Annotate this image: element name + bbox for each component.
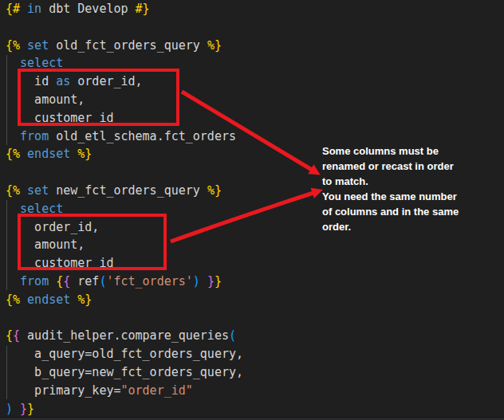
code-token: { xyxy=(63,274,70,289)
annotation-line: to match. xyxy=(322,174,490,189)
code-line: {% set old_fct_orders_query %} xyxy=(6,37,243,55)
code-token: } xyxy=(20,402,27,416)
code-token: {% xyxy=(6,38,20,53)
code-token xyxy=(6,129,20,143)
code-token: from xyxy=(20,129,49,143)
indent-guide xyxy=(6,200,7,290)
code-token: a_query=old_fct_orders_query, xyxy=(6,347,243,361)
code-token: } xyxy=(27,402,34,416)
code-area[interactable]: {# in dbt Develop #}{% set old_fct_order… xyxy=(6,0,243,418)
indent-guide xyxy=(6,346,7,399)
code-token: {% xyxy=(6,292,20,307)
code-token: ) xyxy=(6,402,13,416)
code-token: {# xyxy=(6,2,20,16)
code-token: primary_key= xyxy=(6,383,121,398)
code-token: { xyxy=(56,274,63,289)
code-token xyxy=(20,2,27,16)
code-token: { xyxy=(13,328,20,343)
code-line: {% endset %} xyxy=(6,291,243,309)
code-token: set xyxy=(27,38,49,53)
indent-guide xyxy=(6,55,7,145)
code-line: {{ audit_helper.compare_queries( xyxy=(6,327,243,345)
code-token: } xyxy=(215,274,222,289)
code-line xyxy=(6,163,243,182)
scrollbar-track-horizontal[interactable] xyxy=(0,417,504,420)
code-token xyxy=(13,402,20,416)
annotation-note: Some columns must berenamed or recast in… xyxy=(322,143,490,234)
code-line: from old_etl_schema.fct_orders xyxy=(6,128,243,146)
code-line: a_query=old_fct_orders_query, xyxy=(6,345,243,363)
code-token: audit_helper.compare_queries xyxy=(20,328,229,343)
code-token: "order_id" xyxy=(121,383,193,398)
code-token: old_fct_orders_query xyxy=(49,38,207,53)
code-token: in xyxy=(27,2,41,16)
code-token: 'fct_orders' xyxy=(106,274,192,289)
code-token xyxy=(70,292,77,307)
code-editor: {# in dbt Develop #}{% set old_fct_order… xyxy=(0,0,504,420)
annotation-line: order. xyxy=(322,219,490,234)
annotation-line: You need the same number xyxy=(322,189,490,204)
code-token: dbt Develop xyxy=(41,2,135,16)
code-line: {% endset %} xyxy=(6,145,243,163)
code-line: {# in dbt Develop #} xyxy=(6,0,243,18)
code-token: new_fct_orders_query xyxy=(49,183,207,198)
code-token: #} xyxy=(136,2,150,16)
code-token: from xyxy=(20,274,49,289)
code-token xyxy=(200,274,207,289)
code-token: endset xyxy=(27,147,70,161)
code-token xyxy=(49,274,56,289)
annotation-line: renamed or recast in order xyxy=(322,159,490,174)
code-token: old_etl_schema.fct_orders xyxy=(49,129,236,143)
code-token: b_query=new_fct_orders_query, xyxy=(6,365,243,379)
code-line: {% set new_fct_orders_query %} xyxy=(6,182,243,200)
annotation-line: of columns and in the same xyxy=(322,204,490,219)
code-token xyxy=(20,147,27,161)
code-token: } xyxy=(207,274,215,289)
code-token: %} xyxy=(77,292,92,307)
code-token: {% xyxy=(6,183,20,198)
code-line xyxy=(6,18,243,37)
code-token: {% xyxy=(6,147,20,161)
code-line: ) }} xyxy=(6,400,243,418)
code-token: %} xyxy=(207,183,222,198)
code-line xyxy=(6,309,243,328)
code-token: endset xyxy=(27,292,70,307)
code-token: %} xyxy=(77,147,92,161)
code-token: ref xyxy=(70,274,99,289)
code-token: { xyxy=(6,328,13,343)
code-token xyxy=(20,183,27,198)
highlight-box-old-columns xyxy=(18,69,179,126)
annotation-line: Some columns must be xyxy=(322,143,490,159)
code-line: from {{ ref('fct_orders') }} xyxy=(6,273,243,291)
code-token xyxy=(20,292,27,307)
code-token: ) xyxy=(193,274,200,289)
code-token xyxy=(20,38,27,53)
code-line: primary_key="order_id" xyxy=(6,382,243,400)
code-token: ( xyxy=(229,328,236,343)
code-token xyxy=(6,274,20,289)
code-token: %} xyxy=(207,38,222,53)
code-line: b_query=new_fct_orders_query, xyxy=(6,363,243,382)
highlight-box-new-columns xyxy=(18,214,167,270)
code-token xyxy=(70,147,77,161)
code-token: set xyxy=(27,183,49,198)
